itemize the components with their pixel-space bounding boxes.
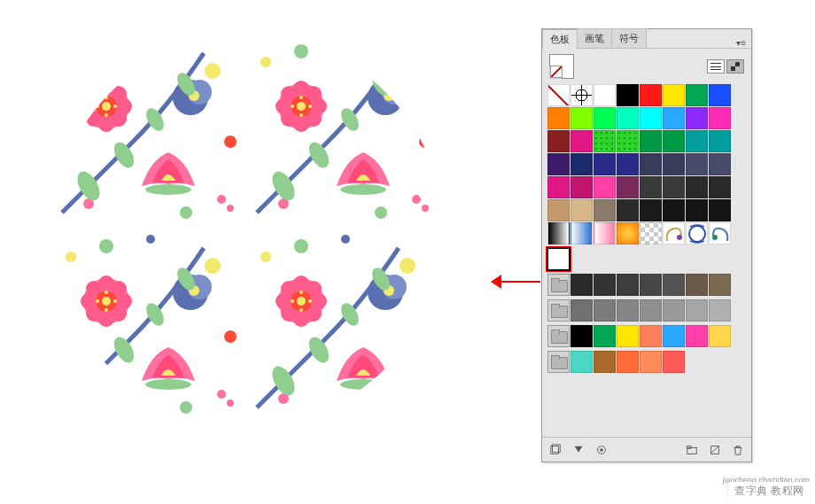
swatch-w3[interactable] — [617, 351, 639, 373]
swatch-spring-green[interactable] — [594, 107, 616, 129]
swatch-rose[interactable] — [709, 107, 731, 129]
swatch-near-black-2[interactable] — [686, 199, 708, 221]
swatch-lime[interactable] — [570, 107, 593, 129]
swatch-grad-pink[interactable] — [594, 222, 616, 244]
swatch-libraries-icon[interactable] — [547, 442, 563, 458]
swatch-indigo[interactable] — [594, 153, 616, 175]
swatch-g7[interactable] — [709, 274, 731, 296]
swatch-teal[interactable] — [686, 130, 708, 152]
swatch-green[interactable] — [686, 84, 708, 106]
swatch-c4[interactable] — [640, 325, 662, 347]
new-color-group-icon[interactable] — [684, 442, 700, 458]
swatch-camel[interactable] — [547, 199, 570, 221]
swatch-bright-green[interactable] — [594, 130, 616, 152]
swatch-pattern-ornament-left[interactable] — [663, 222, 685, 244]
folder-icon[interactable] — [547, 274, 570, 296]
swatch-registration[interactable] — [570, 84, 593, 106]
swatch-indigo-2[interactable] — [617, 153, 639, 175]
tab-symbols[interactable]: 符号 — [611, 28, 647, 48]
swatch-emerald-2[interactable] — [663, 130, 685, 152]
swatch-deep-purple[interactable] — [547, 153, 570, 175]
swatch-cyan[interactable] — [640, 107, 662, 129]
swatch-grad-sun[interactable] — [617, 222, 639, 244]
delete-swatch-icon[interactable] — [730, 442, 746, 458]
swatch-magenta-3[interactable] — [570, 176, 593, 198]
swatch-n3[interactable] — [617, 299, 639, 322]
swatch-c1[interactable] — [570, 325, 593, 347]
swatch-g1[interactable] — [570, 274, 593, 296]
swatch-steel[interactable] — [686, 153, 708, 175]
canvas-artwork-circle[interactable] — [53, 35, 443, 425]
swatch-red[interactable] — [640, 84, 662, 106]
swatch-n7[interactable] — [709, 299, 731, 322]
swatch-transparent[interactable] — [640, 222, 662, 244]
swatch-n1[interactable] — [570, 299, 593, 322]
swatch-darkest[interactable] — [640, 199, 662, 221]
swatch-c3[interactable] — [617, 325, 639, 347]
swatch-w1[interactable] — [570, 351, 593, 373]
swatch-dark-gray-2[interactable] — [663, 176, 685, 198]
swatch-black[interactable] — [617, 84, 639, 106]
swatch-teal-2[interactable] — [709, 130, 731, 152]
swatch-hot-pink[interactable] — [594, 176, 616, 198]
swatch-slate[interactable] — [640, 153, 662, 175]
active-fill-stroke-indicator[interactable] — [549, 54, 574, 79]
swatch-g6[interactable] — [686, 274, 708, 296]
swatch-navy[interactable] — [570, 153, 593, 175]
swatch-dark-red[interactable] — [547, 130, 570, 152]
swatch-c2[interactable] — [594, 325, 616, 347]
swatch-grad-bw[interactable] — [547, 222, 570, 244]
swatch-darker-gray[interactable] — [686, 176, 708, 198]
swatch-plum[interactable] — [617, 176, 639, 198]
grid-view-button[interactable] — [726, 59, 744, 74]
swatch-c7[interactable] — [709, 325, 731, 347]
swatch-pattern-blue-white[interactable] — [686, 222, 708, 244]
folder-icon[interactable] — [547, 299, 570, 322]
swatch-aqua-green[interactable] — [617, 107, 639, 129]
swatch-g4[interactable] — [640, 274, 662, 296]
swatch-near-black[interactable] — [663, 199, 685, 221]
swatch-n5[interactable] — [663, 299, 685, 322]
swatch-blue[interactable] — [709, 84, 731, 106]
swatch-n2[interactable] — [594, 299, 616, 322]
swatch-n4[interactable] — [640, 299, 662, 322]
swatch-c5[interactable] — [663, 325, 685, 347]
swatch-azure[interactable] — [663, 107, 685, 129]
swatch-w2[interactable] — [594, 351, 616, 373]
swatch-none[interactable] — [547, 84, 570, 106]
swatch-g3[interactable] — [617, 274, 639, 296]
list-view-button[interactable] — [707, 59, 725, 74]
swatch-dark-gray[interactable] — [640, 176, 662, 198]
swatch-kinds-menu-icon[interactable] — [570, 442, 586, 458]
new-swatch-icon[interactable] — [707, 442, 723, 458]
swatch-pattern-ornament-right[interactable] — [709, 222, 731, 244]
swatch-options-icon[interactable] — [594, 442, 609, 458]
swatch-bright-green-2[interactable] — [617, 130, 639, 152]
swatch-w5[interactable] — [663, 351, 685, 373]
folder-icon[interactable] — [547, 351, 570, 373]
swatch-orange[interactable] — [547, 107, 570, 129]
swatch-steel-2[interactable] — [709, 153, 731, 175]
swatch-darker-gray-2[interactable] — [709, 176, 731, 198]
panel-menu-icon[interactable]: ▾≡ — [731, 38, 751, 48]
swatch-magenta[interactable] — [570, 130, 593, 152]
swatch-taupe[interactable] — [594, 199, 616, 221]
swatch-emerald[interactable] — [640, 130, 662, 152]
tab-brushes[interactable]: 画笔 — [577, 28, 612, 48]
swatch-magenta-2[interactable] — [547, 176, 570, 198]
swatch-n6[interactable] — [686, 299, 708, 322]
swatch-g5[interactable] — [663, 274, 685, 296]
swatch-c6[interactable] — [686, 325, 708, 347]
swatch-yellow[interactable] — [663, 84, 685, 106]
swatch-near-black-3[interactable] — [709, 199, 731, 221]
swatch-charcoal[interactable] — [617, 199, 639, 221]
swatch-slate-2[interactable] — [663, 153, 685, 175]
swatch-violet[interactable] — [686, 107, 708, 129]
swatch-white[interactable] — [594, 84, 616, 106]
swatch-w4[interactable] — [640, 351, 662, 373]
swatch-new-floral-pattern[interactable] — [547, 248, 570, 270]
swatch-grad-blue[interactable] — [570, 222, 593, 244]
swatch-tan[interactable] — [570, 199, 593, 221]
folder-icon[interactable] — [547, 325, 570, 347]
swatch-g2[interactable] — [594, 274, 616, 296]
